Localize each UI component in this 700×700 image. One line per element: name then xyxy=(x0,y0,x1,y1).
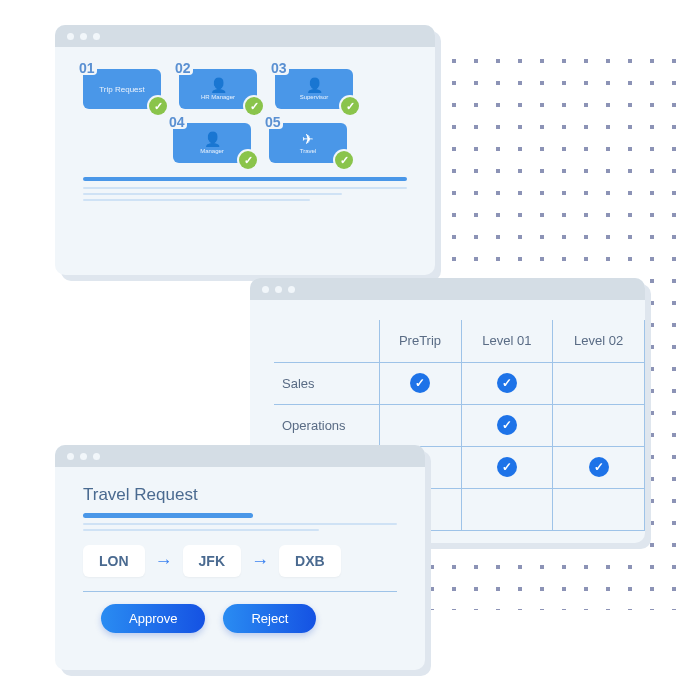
check-icon: ✓ xyxy=(497,415,517,435)
check-icon: ✓ xyxy=(589,457,609,477)
check-icon: ✓ xyxy=(497,373,517,393)
window-dot xyxy=(288,286,295,293)
window-dot xyxy=(67,453,74,460)
window-dot xyxy=(80,453,87,460)
check-icon: ✓ xyxy=(497,457,517,477)
column-header: Level 01 xyxy=(461,320,553,362)
table-row: Sales ✓ ✓ xyxy=(274,362,645,404)
workflow-step-hr-manager[interactable]: 02 👤 HR Manager ✓ xyxy=(179,69,257,109)
step-number: 05 xyxy=(263,115,283,129)
check-icon: ✓ xyxy=(335,151,353,169)
text-placeholder-line xyxy=(83,523,397,525)
table-row: Operations ✓ xyxy=(274,404,645,446)
window-dot xyxy=(80,33,87,40)
step-number: 01 xyxy=(77,61,97,75)
divider xyxy=(83,591,397,592)
step-number: 02 xyxy=(173,61,193,75)
step-label: Travel xyxy=(300,148,316,154)
airport-chip[interactable]: LON xyxy=(83,545,145,577)
text-placeholder-bar xyxy=(83,513,253,518)
step-label: Trip Request xyxy=(99,85,145,94)
check-icon: ✓ xyxy=(245,97,263,115)
step-label: HR Manager xyxy=(201,94,235,100)
window-dot xyxy=(67,33,74,40)
window-dot xyxy=(262,286,269,293)
window-dot xyxy=(275,286,282,293)
window-dot xyxy=(93,453,100,460)
check-icon: ✓ xyxy=(149,97,167,115)
column-header: Level 02 xyxy=(553,320,645,362)
table-header-row: PreTrip Level 01 Level 02 xyxy=(274,320,645,362)
airport-chip[interactable]: DXB xyxy=(279,545,341,577)
route-row: LON → JFK → DXB xyxy=(83,545,397,577)
step-number: 04 xyxy=(167,115,187,129)
workflow-window: 01 Trip Request ✓ 02 👤 HR Manager ✓ 03 👤… xyxy=(55,25,435,275)
row-label: Sales xyxy=(274,362,379,404)
arrow-right-icon: → xyxy=(251,551,269,572)
text-placeholder-line xyxy=(83,529,319,531)
window-titlebar xyxy=(55,25,435,47)
step-number: 03 xyxy=(269,61,289,75)
window-dot xyxy=(93,33,100,40)
reject-button[interactable]: Reject xyxy=(223,604,316,633)
check-icon: ✓ xyxy=(341,97,359,115)
person-icon: 👤 xyxy=(210,78,227,92)
workflow-step-supervisor[interactable]: 03 👤 Supervisor ✓ xyxy=(275,69,353,109)
workflow-step-travel[interactable]: 05 ✈ Travel ✓ xyxy=(269,123,347,163)
approve-button[interactable]: Approve xyxy=(101,604,205,633)
travel-request-window: Travel Request LON → JFK → DXB Approve R… xyxy=(55,445,425,670)
check-icon: ✓ xyxy=(410,373,430,393)
row-label: Operations xyxy=(274,404,379,446)
workflow-step-manager[interactable]: 04 👤 Manager ✓ xyxy=(173,123,251,163)
airport-chip[interactable]: JFK xyxy=(183,545,241,577)
step-label: Manager xyxy=(200,148,224,154)
page-title: Travel Request xyxy=(83,485,397,505)
arrow-right-icon: → xyxy=(155,551,173,572)
person-icon: 👤 xyxy=(306,78,323,92)
workflow-step-trip-request[interactable]: 01 Trip Request ✓ xyxy=(83,69,161,109)
window-titlebar xyxy=(250,278,645,300)
window-titlebar xyxy=(55,445,425,467)
person-icon: 👤 xyxy=(204,132,221,146)
plane-icon: ✈ xyxy=(302,132,314,146)
step-label: Supervisor xyxy=(300,94,329,100)
text-placeholder-lines xyxy=(83,177,407,201)
check-icon: ✓ xyxy=(239,151,257,169)
column-header: PreTrip xyxy=(379,320,461,362)
